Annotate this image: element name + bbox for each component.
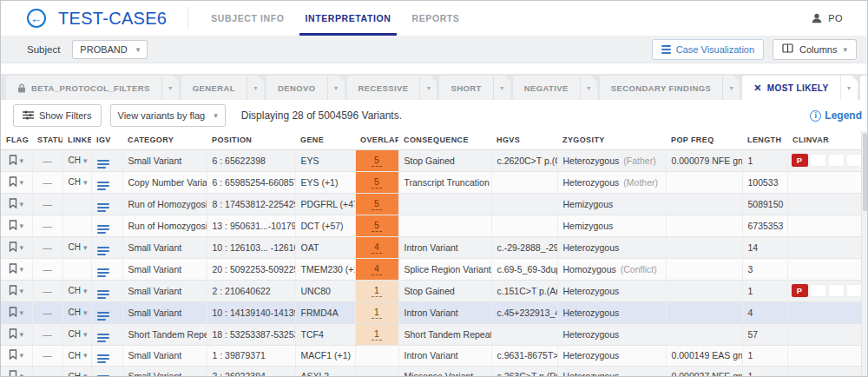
overlap-badge[interactable]: 5 (356, 215, 398, 236)
variant-row[interactable]: ▾—CH▾Small Variant10 : 126103... -126103… (1, 236, 863, 258)
view-tab-most-likely[interactable]: ✕MOST LIKELY▾ (742, 76, 857, 100)
column-header-pop-freq[interactable]: POP FREQ (666, 131, 742, 149)
flag-menu[interactable]: ▾ (6, 241, 27, 254)
column-header-flag[interactable]: FLAG (1, 131, 32, 149)
overlap-badge[interactable]: 1 (356, 324, 398, 345)
variant-row[interactable]: ▾—Run of Homozygosity13 : 950631...-1017… (1, 215, 863, 236)
view-tab-menu-chevron-icon[interactable]: ▾ (247, 76, 264, 100)
igv-icon[interactable] (97, 312, 109, 321)
variant-row[interactable]: ▾—CH▾Short Tandem Repe...18 : 53253387-5… (1, 323, 863, 345)
variant-row[interactable]: ▾—CH▾Small Variant2 : 210640622UNC801Sto… (1, 280, 863, 301)
column-header-igv[interactable]: IGV (91, 131, 122, 149)
flag-menu[interactable]: ▾ (6, 176, 27, 188)
clinvar-pathogenic-badge[interactable]: P (792, 284, 808, 297)
tab-reports[interactable]: REPORTS (402, 1, 470, 36)
column-header-position[interactable]: POSITION (207, 131, 295, 149)
view-tab-menu-chevron-icon[interactable]: ▾ (161, 76, 179, 100)
back-button[interactable]: ← (27, 9, 46, 28)
column-header-gene[interactable]: GENE (295, 131, 355, 149)
overlap-badge[interactable]: 5 (356, 194, 398, 215)
overlap-badge[interactable]: 5 (356, 150, 398, 171)
linked-menu[interactable]: CH▾ (69, 351, 86, 360)
view-tab-beta-protocol-filters[interactable]: BETA_PROTOCOL_FILTERS▾ (6, 76, 179, 100)
variant-row[interactable]: ▾—Small Variant20 : 5092253-5092254TMEM2… (1, 258, 863, 280)
flag-menu[interactable]: ▾ (6, 198, 27, 210)
igv-icon[interactable] (97, 268, 109, 277)
variant-row[interactable]: ▾—CH▾Small Variant1 : 39879371MACF1 (+1)… (1, 345, 863, 366)
flag-menu[interactable]: ▾ (6, 349, 27, 361)
view-tab-menu-chevron-icon[interactable]: ▾ (327, 76, 345, 100)
column-header-consequence[interactable]: CONSEQUENCE (398, 131, 491, 149)
column-header-zygosity[interactable]: ZYGOSITY (557, 131, 666, 149)
overlap-badge[interactable]: 4 (356, 259, 398, 280)
scrollbar-thumb[interactable] (863, 133, 867, 211)
new-view-tab[interactable]: + NEW VIEW (860, 76, 867, 100)
column-header-category[interactable]: CATEGORY (122, 131, 207, 149)
igv-icon[interactable] (97, 354, 109, 363)
view-tab-secondary-findings[interactable]: SECONDARY FINDINGS▾ (600, 76, 740, 100)
overlap-badge[interactable]: 4 (356, 237, 398, 258)
view-tab-menu-chevron-icon[interactable]: ▾ (840, 76, 858, 100)
column-header-length[interactable]: LENGTH (742, 131, 787, 149)
flag-menu[interactable]: ▾ (6, 263, 27, 275)
view-tab-recessive[interactable]: RECESSIVE▾ (347, 76, 437, 100)
igv-icon[interactable] (97, 160, 109, 169)
column-header-overlap[interactable]: OVERLAP (355, 131, 398, 149)
overlap-badge[interactable]: 1 (356, 281, 398, 301)
view-tab-denovo[interactable]: DENOVO▾ (266, 76, 345, 100)
column-header-clinvar[interactable]: CLINVAR (787, 131, 863, 149)
view-tab-menu-chevron-icon[interactable]: ▾ (580, 76, 597, 100)
igv-icon[interactable] (97, 203, 109, 212)
legend-link[interactable]: i Legend (810, 109, 862, 122)
column-header-hgvs[interactable]: HGVS (491, 131, 557, 149)
linked-menu[interactable]: CH▾ (69, 372, 86, 377)
flag-menu[interactable]: ▾ (6, 307, 27, 319)
overlap-badge[interactable]: 5 (356, 172, 398, 193)
view-tab-text: RECESSIVE (358, 83, 409, 93)
linked-menu[interactable]: CH▾ (69, 242, 86, 252)
column-header-status[interactable]: STATUS (32, 131, 62, 149)
linked-menu[interactable]: CH▾ (69, 177, 86, 187)
view-tab-negative[interactable]: NEGATIVE▾ (513, 76, 597, 100)
igv-icon[interactable] (97, 225, 109, 234)
variant-row[interactable]: ▾—CH▾Small Variant2 : 26022394ASXL2Misse… (1, 366, 863, 377)
subject-select[interactable]: PROBAND ▾ (72, 40, 148, 59)
flag-menu[interactable]: ▾ (6, 155, 27, 167)
variant-row[interactable]: ▾—CH▾Copy Number Variant6 : 65985254-660… (1, 171, 863, 193)
view-tab-general[interactable]: GENERAL▾ (181, 76, 264, 100)
view-tab-short[interactable]: SHORT▾ (439, 76, 510, 100)
flag-menu[interactable]: ▾ (6, 220, 27, 232)
tab-interpretation[interactable]: INTERPRETATION (294, 1, 401, 36)
linked-menu[interactable]: CH▾ (69, 329, 86, 339)
igv-icon[interactable] (97, 182, 109, 190)
flag-menu[interactable]: ▾ (6, 370, 27, 377)
columns-button[interactable]: Columns ▾ (773, 39, 857, 60)
linked-menu[interactable]: CH▾ (69, 308, 86, 317)
linked-menu[interactable]: CH▾ (69, 155, 86, 165)
view-tab-menu-chevron-icon[interactable]: ▾ (493, 76, 510, 100)
clinvar-pathogenic-badge[interactable]: P (792, 154, 808, 167)
user-menu[interactable]: PO (811, 1, 843, 36)
column-header-linked[interactable]: LINKED (62, 131, 91, 149)
tab-subject-info[interactable]: SUBJECT INFO (201, 1, 294, 36)
flag-menu[interactable]: ▾ (6, 285, 27, 297)
igv-icon[interactable] (97, 247, 109, 255)
show-filters-button[interactable]: Show Filters (13, 104, 102, 127)
linked-menu[interactable]: CH▾ (69, 286, 86, 295)
variant-row[interactable]: ▾—CH▾Small Variant6 : 65622398EYS5Stop G… (1, 149, 863, 171)
overlap-badge[interactable]: 1 (356, 302, 398, 323)
cell-length: 14 (742, 236, 787, 258)
close-icon[interactable]: ✕ (753, 83, 762, 94)
variant-table: FLAGSTATUSLINKEDIGVCATEGORYPOSITIONGENEO… (1, 131, 863, 377)
variant-row[interactable]: ▾—Run of Homozygosity8 : 17453812-225429… (1, 193, 863, 215)
igv-icon[interactable] (97, 290, 109, 299)
status-value: — (43, 264, 52, 274)
vertical-scrollbar[interactable] (861, 131, 867, 377)
view-tab-menu-chevron-icon[interactable]: ▾ (419, 76, 437, 100)
igv-icon[interactable] (97, 334, 109, 342)
view-tab-menu-chevron-icon[interactable]: ▾ (722, 76, 740, 100)
case-visualization-button[interactable]: Case Visualization (652, 39, 764, 60)
view-by-flag-select[interactable]: View variants by flag ▾ (110, 104, 226, 127)
variant-row[interactable]: ▾—CH▾Small Variant10 : 14139140-14139141… (1, 301, 863, 323)
flag-menu[interactable]: ▾ (6, 328, 27, 341)
